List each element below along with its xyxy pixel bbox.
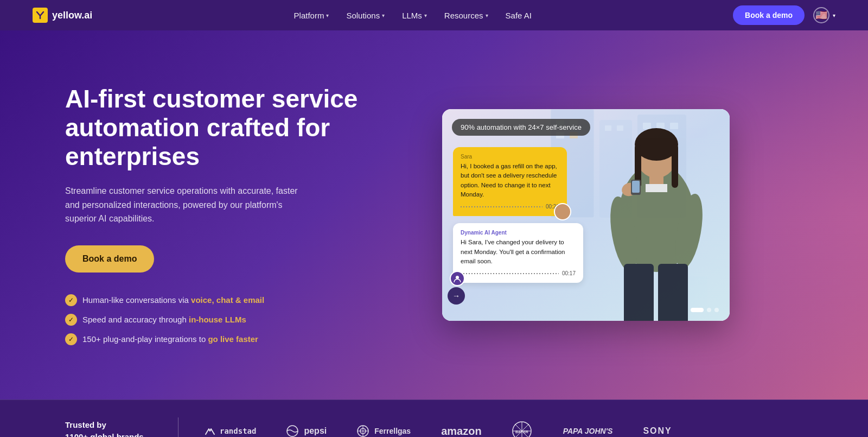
check-icon: ✓ <box>65 294 77 306</box>
logo[interactable]: yellow.ai <box>33 8 92 23</box>
svg-rect-17 <box>672 144 678 188</box>
automation-badge: 90% automation with 24×7 self-service <box>452 119 590 136</box>
ai-sender-name: Dynamic AI Agent <box>461 230 576 236</box>
book-demo-button[interactable]: Book a demo <box>733 5 805 25</box>
feature-llms-link[interactable]: in-house LLMs <box>189 315 246 324</box>
trusted-section: Trusted by 1100+ global brands randstad … <box>0 400 868 437</box>
chevron-down-icon: ▾ <box>833 12 835 18</box>
svg-rect-26 <box>632 181 640 193</box>
ai-audio-time: 00:17 <box>562 270 576 276</box>
feature-integrations: ✓ 150+ plug-and-play integrations to go … <box>65 333 369 345</box>
carousel-indicators <box>691 308 719 312</box>
hero-content: AI-first customer service automation cra… <box>65 85 369 345</box>
hero-cta-button[interactable]: Book a demo <box>65 245 154 273</box>
feature-integrations-text: 150+ plug-and-play integrations to <box>82 334 208 344</box>
feature-llms: ✓ Speed and accuracy through in-house LL… <box>65 314 369 326</box>
nav-resources[interactable]: Resources ▾ <box>444 11 488 20</box>
ai-audio-waveform <box>461 273 559 274</box>
hero-subtitle: Streamline customer service operations w… <box>65 184 304 226</box>
nav-links: Platform ▾ Solutions ▾ LLMs ▾ Resources … <box>294 11 532 20</box>
feature-voice: ✓ Human-like conversations via voice, ch… <box>65 294 369 306</box>
svg-point-27 <box>456 276 459 279</box>
feature-voice-link[interactable]: voice, chat & email <box>191 295 264 305</box>
language-selector[interactable]: 🇺🇸 ▾ <box>813 7 835 23</box>
ai-chat-bubble: Dynamic AI Agent Hi Sara, I've changed y… <box>453 223 583 283</box>
nav-llms[interactable]: LLMs ▾ <box>402 11 427 20</box>
chevron-down-icon: ▾ <box>382 12 385 18</box>
next-button[interactable]: → <box>448 287 465 305</box>
hero-title: AI-first customer service automation cra… <box>65 85 369 171</box>
carousel-dot-active[interactable] <box>691 308 704 312</box>
chevron-down-icon: ▾ <box>424 12 427 18</box>
brand-randstad: randstad <box>205 427 256 435</box>
feature-integrations-link[interactable]: go live faster <box>208 334 258 344</box>
divider <box>178 417 178 437</box>
hero-section: AI-first customer service automation cra… <box>0 30 868 400</box>
carousel-dot[interactable] <box>707 308 711 312</box>
hero-features: ✓ Human-like conversations via voice, ch… <box>65 294 369 345</box>
chevron-down-icon: ▾ <box>486 12 488 18</box>
navbar: yellow.ai Platform ▾ Solutions ▾ LLMs ▾ … <box>0 0 868 30</box>
nav-solutions[interactable]: Solutions ▾ <box>346 11 385 20</box>
user-message-text: Hi, I booked a gas refill on the app, bu… <box>461 162 559 199</box>
feature-voice-text: Human-like conversations via <box>82 295 191 305</box>
brand-logos: randstad pepsi Ferrellgas amazon <box>205 421 803 437</box>
trusted-text: Trusted by 1100+ global brands <box>65 419 152 438</box>
svg-text:BAYER: BAYER <box>515 430 528 434</box>
svg-rect-24 <box>658 264 688 321</box>
audio-waveform <box>461 206 542 207</box>
audio-control: 00:20 <box>461 204 559 210</box>
carousel-dot[interactable] <box>714 308 719 312</box>
nav-right: Book a demo 🇺🇸 ▾ <box>733 5 835 25</box>
chat-demo-card: 90% automation with 24×7 self-service Sa… <box>442 109 730 321</box>
logo-icon <box>33 8 48 23</box>
brand-ferrellgas: Ferrellgas <box>357 425 411 437</box>
flag-icon: 🇺🇸 <box>815 9 827 21</box>
brand-amazon: amazon <box>441 425 481 438</box>
check-icon: ✓ <box>65 314 77 326</box>
nav-platform[interactable]: Platform ▾ <box>294 11 329 20</box>
chevron-down-icon: ▾ <box>326 12 329 18</box>
brand-bayer: BAYER <box>512 421 533 437</box>
brand-papa-johns: PAPA JOHN'S <box>563 427 613 435</box>
brand-sony: SONY <box>643 426 672 436</box>
brand-pepsi: pepsi <box>286 425 327 437</box>
ai-message-text: Hi Sara, I've changed your delivery to n… <box>461 238 576 266</box>
hero-visual: 90% automation with 24×7 self-service Sa… <box>369 109 803 321</box>
ai-avatar <box>450 271 465 286</box>
ai-audio-control: 00:17 <box>461 270 576 276</box>
check-icon: ✓ <box>65 333 77 345</box>
user-chat-bubble: Sara Hi, I booked a gas refill on the ap… <box>453 147 567 216</box>
globe-icon: 🇺🇸 <box>813 7 829 23</box>
nav-safe-ai[interactable]: Safe AI <box>506 11 532 20</box>
svg-rect-23 <box>624 264 654 321</box>
user-sender-name: Sara <box>461 154 559 160</box>
logo-text: yellow.ai <box>52 10 92 21</box>
avatar <box>554 203 571 220</box>
feature-llms-text: Speed and accuracy through <box>82 315 189 324</box>
svg-rect-19 <box>646 184 667 192</box>
